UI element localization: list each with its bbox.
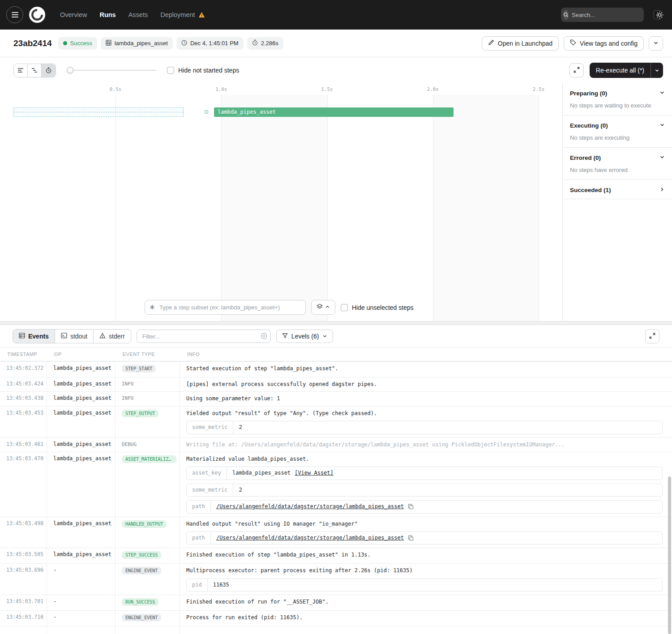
table-row[interactable]: 13:45:03.461lambda_pipes_assetDEBUGWriti…	[0, 438, 672, 452]
filter-input[interactable]	[137, 330, 271, 343]
log-event-type: STEP_OUTPUT	[116, 407, 180, 437]
log-op: -	[47, 611, 116, 626]
view-tags-config-button[interactable]: View tags and config	[564, 36, 644, 51]
filter-input-wrap	[137, 330, 271, 343]
metadata-text: 11635	[213, 581, 229, 589]
copy-icon[interactable]	[408, 504, 414, 510]
log-message: Started execution of step "lambda_pipes_…	[186, 365, 668, 373]
tab-stdout[interactable]: stdout	[55, 330, 94, 343]
metadata-path-link[interactable]: /Users/alangenfeld/data/dagster/storage/…	[216, 503, 404, 510]
metadata-row: path/Users/alangenfeld/data/dagster/stor…	[186, 531, 663, 544]
search-icon	[563, 10, 569, 20]
waterfall-view-button[interactable]	[28, 64, 42, 77]
status-dot	[63, 41, 67, 45]
table-row[interactable]: 13:45:03.716-ENGINE_EVENTProcess for run…	[0, 611, 672, 626]
checkbox-icon[interactable]	[167, 67, 174, 74]
clear-filter-icon[interactable]	[261, 333, 267, 339]
gridline	[327, 95, 328, 321]
timed-view-button[interactable]	[42, 64, 56, 77]
table-row[interactable]: 13:45:03.424lambda_pipes_assetINFO[pipes…	[0, 377, 672, 392]
log-op: lambda_pipes_asset	[47, 452, 116, 517]
top-nav: OverviewRunsAssetsDeployment /	[0, 0, 672, 30]
step-subset-input[interactable]	[145, 300, 306, 315]
log-event-type	[116, 626, 180, 634]
zoom-slider-knob[interactable]	[67, 67, 73, 73]
log-message: Finished execution of step "lambda_pipes…	[186, 551, 668, 559]
zoom-slider-track	[68, 70, 156, 71]
status-section-header[interactable]: Errored (0)	[563, 148, 672, 167]
table-row[interactable]: 13:45:03.470lambda_pipes_assetASSET_MATE…	[0, 452, 672, 517]
table-row[interactable]: 13:45:03.498lambda_pipes_assetHANDLED_OU…	[0, 517, 672, 548]
chevron-down-icon	[659, 121, 665, 129]
asset-chip[interactable]: lambda_pipes_asset	[101, 37, 173, 50]
status-section-body: No steps have errored	[563, 167, 672, 180]
hamburger-menu-button[interactable]	[6, 6, 23, 23]
table-row[interactable]: 13:45:03.696-ENGINE_EVENTMultiprocess ex…	[0, 564, 672, 595]
nav-item-runs[interactable]: Runs	[99, 11, 116, 18]
run-header: 23ab2414 Success lambda_pipes_asset Dec …	[0, 30, 672, 57]
table-row[interactable]: 13:45:02.372lambda_pipes_assetSTEP_START…	[0, 362, 672, 377]
scrollbar-thumb[interactable]	[668, 476, 671, 634]
gantt-step-bar[interactable]: lambda_pipes_asset	[214, 107, 454, 117]
log-info: Using some_parameter value: 1	[180, 392, 672, 406]
log-op: -	[47, 595, 116, 610]
log-op: lambda_pipes_asset	[47, 377, 116, 391]
expand-icon	[574, 67, 580, 74]
log-event-type: INFO	[116, 377, 180, 391]
tab-stderr[interactable]: stderr	[94, 330, 131, 343]
table-row[interactable]: 13:45:03.701-RUN_SUCCESSFinished executi…	[0, 595, 672, 611]
log-message: Handled output "result" using IO manager…	[186, 520, 668, 528]
metadata-row: path/Users/alangenfeld/data/dagster/stor…	[186, 500, 663, 513]
checkbox-icon[interactable]	[341, 304, 348, 311]
zoom-slider[interactable]	[67, 64, 156, 77]
hide-unselected-checkbox[interactable]: Hide unselected steps	[341, 304, 414, 311]
view-asset-link[interactable]: [View Asset]	[295, 469, 334, 477]
log-info	[180, 626, 672, 634]
dagster-logo	[29, 6, 46, 23]
log-op: -	[47, 564, 116, 595]
metadata-value: 2	[233, 421, 247, 433]
log-level-label: INFO	[122, 381, 134, 387]
nav-item-assets[interactable]: Assets	[128, 11, 148, 18]
log-event-type: INFO	[116, 392, 180, 406]
nav-item-label: Assets	[128, 11, 148, 18]
log-fullscreen-button[interactable]	[645, 329, 659, 343]
log-event-type: DEBUG	[116, 438, 180, 452]
log-info: Finished execution of step "lambda_pipes…	[180, 548, 672, 563]
status-section-header[interactable]: Executing (0)	[563, 116, 672, 134]
nav-items: OverviewRunsAssetsDeployment	[60, 11, 205, 18]
metadata-value: lambda_pipes_asset[View Asset]	[227, 467, 339, 479]
panel-splitter[interactable]	[0, 321, 672, 325]
hide-not-started-checkbox[interactable]: Hide not started steps	[167, 67, 239, 74]
open-in-launchpad-button[interactable]: Open in Launchpad	[482, 36, 559, 51]
reexecute-all-button[interactable]: Re-execute all (*)	[590, 63, 663, 78]
event-type-badge: STEP_START	[122, 365, 156, 373]
search-box[interactable]: /	[561, 8, 644, 22]
table-row[interactable]: 13:45:03.438lambda_pipes_assetINFOUsing …	[0, 392, 672, 406]
table-row[interactable]: 13:45:03.453lambda_pipes_assetSTEP_OUTPU…	[0, 407, 672, 438]
nav-item-overview[interactable]: Overview	[60, 11, 87, 18]
metadata-text: 2	[239, 424, 242, 431]
event-type-badge: RUN_SUCCESS	[122, 598, 158, 606]
tab-Events[interactable]: Events	[13, 330, 55, 343]
metadata-path-link[interactable]: /Users/alangenfeld/data/dagster/storage/…	[216, 534, 404, 542]
table-icon	[19, 333, 25, 340]
status-section-header[interactable]: Preparing (0)	[563, 83, 672, 102]
log-event-type: STEP_START	[116, 362, 180, 377]
run-actions-dropdown-button[interactable]	[649, 36, 663, 51]
nav-item-deployment[interactable]: Deployment	[160, 11, 205, 18]
graph-query-toggle-button[interactable]	[311, 300, 335, 315]
flat-view-button[interactable]	[14, 64, 28, 77]
search-input[interactable]	[572, 12, 651, 18]
hide-not-started-label: Hide not started steps	[178, 67, 239, 74]
status-section-header[interactable]: Succeeded (1)	[563, 180, 672, 199]
settings-gear-icon[interactable]	[655, 11, 664, 19]
log-event-type: RUN_SUCCESS	[116, 595, 180, 610]
log-tabs: Eventsstdoutstderr	[13, 329, 131, 343]
levels-dropdown-button[interactable]: Levels (6)	[276, 330, 333, 343]
nav-item-label: Deployment	[160, 11, 195, 18]
gantt-fullscreen-button[interactable]	[569, 63, 584, 77]
copy-icon[interactable]	[408, 535, 414, 541]
reexecute-dropdown-caret[interactable]	[651, 63, 663, 78]
table-row[interactable]: 13:45:03.505lambda_pipes_assetSTEP_SUCCE…	[0, 548, 672, 564]
